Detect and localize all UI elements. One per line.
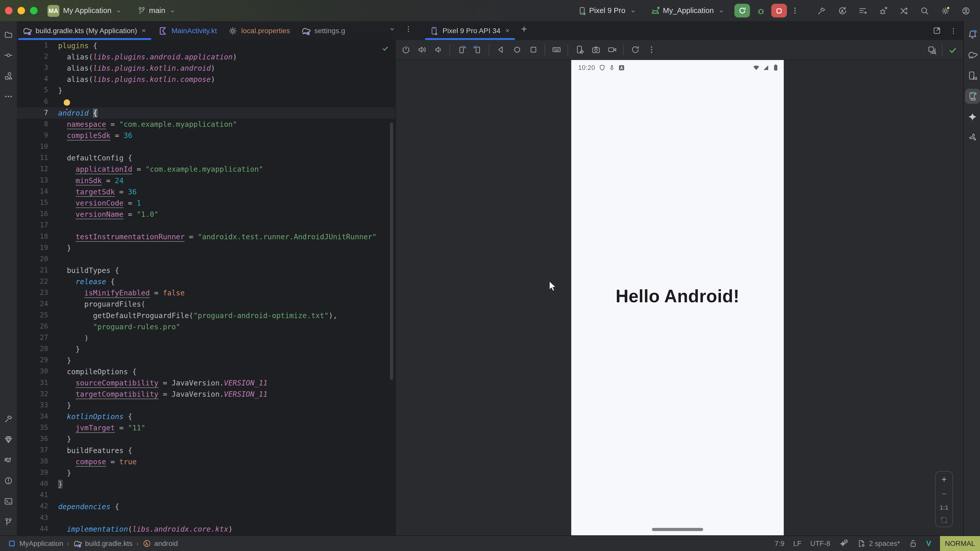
line-number[interactable]: 18 — [17, 231, 58, 242]
tab-local-properties[interactable]: local.properties — [223, 21, 296, 40]
line-number[interactable]: 6 — [17, 96, 58, 107]
line-number[interactable]: 29 — [17, 355, 58, 366]
line-number[interactable]: 4 — [17, 74, 58, 85]
device-lines-button[interactable] — [854, 3, 871, 18]
zoom-in-button[interactable]: + — [942, 474, 947, 484]
line-number[interactable]: 24 — [17, 299, 58, 310]
tab-running-device[interactable]: Pixel 9 Pro API 34 — [424, 21, 516, 40]
zoom-actual-size-button[interactable]: 1:1 — [940, 504, 948, 511]
editor-options-kebab-icon[interactable] — [400, 21, 416, 36]
tab-settings-g[interactable]: settings.g — [296, 21, 351, 40]
account-button[interactable] — [958, 3, 974, 18]
project-folder-button[interactable] — [1, 27, 16, 42]
caret-position[interactable]: 7:9 — [775, 540, 784, 547]
close-icon[interactable] — [504, 27, 511, 34]
open-in-new-window-icon[interactable] — [929, 23, 945, 38]
close-window-icon[interactable] — [5, 7, 13, 14]
maximize-window-icon[interactable] — [30, 7, 38, 14]
settings-gear-button[interactable] — [937, 3, 953, 18]
screenshot-button[interactable] — [588, 42, 603, 57]
device-settings-button[interactable] — [572, 42, 587, 57]
vim-mode-badge[interactable]: NORMAL — [940, 536, 980, 551]
line-number[interactable]: 28 — [17, 344, 58, 355]
line-number[interactable]: 41 — [17, 490, 58, 501]
line-number[interactable]: 37 — [17, 445, 58, 456]
branch-selector[interactable]: main — [137, 6, 177, 15]
breadcrumb-item[interactable]: android — [142, 539, 178, 548]
line-number[interactable]: 15 — [17, 197, 58, 209]
power-button[interactable] — [398, 42, 413, 57]
file-encoding[interactable]: UTF-8 — [810, 540, 830, 547]
back-button[interactable] — [493, 42, 508, 57]
build-hammer-button[interactable] — [813, 3, 829, 18]
line-number[interactable]: 7 — [17, 107, 58, 119]
line-number[interactable]: 31 — [17, 377, 58, 389]
line-number[interactable]: 11 — [17, 152, 58, 164]
line-number[interactable]: 20 — [17, 254, 58, 265]
line-number[interactable]: 36 — [17, 433, 58, 445]
code-editor[interactable]: 1plugins {2 alias(libs.plugins.android.a… — [17, 40, 395, 535]
ideavim-icon[interactable]: V — [926, 539, 931, 548]
navigation-pill[interactable] — [652, 528, 703, 530]
terminal-button[interactable] — [1, 494, 16, 509]
rotate-right-button[interactable] — [470, 42, 485, 57]
close-icon[interactable] — [141, 27, 147, 34]
line-number[interactable]: 10 — [17, 141, 58, 152]
line-number[interactable]: 2 — [17, 51, 58, 62]
tab-mainactivity-kt[interactable]: MainActivity.kt — [153, 21, 222, 40]
profiler-arrows-button[interactable] — [896, 3, 912, 18]
line-number[interactable]: 26 — [17, 321, 58, 332]
line-number[interactable]: 34 — [17, 411, 58, 422]
gemini-sparkle-button[interactable] — [965, 110, 980, 124]
line-number[interactable]: 25 — [17, 310, 58, 321]
snapshot-reset-button[interactable] — [628, 42, 643, 57]
line-number[interactable]: 14 — [17, 186, 58, 197]
gradle-elephant-button[interactable] — [965, 48, 980, 62]
problems-button[interactable] — [1, 473, 16, 488]
line-number[interactable]: 43 — [17, 512, 58, 524]
breadcrumb-item[interactable]: MyApplication — [7, 539, 63, 548]
lock-open-icon[interactable] — [909, 539, 918, 548]
ai-completion-off-icon[interactable] — [839, 539, 848, 548]
line-number[interactable]: 22 — [17, 276, 58, 287]
line-separator[interactable]: LF — [793, 540, 801, 547]
zoom-to-fit-icon[interactable] — [940, 516, 948, 524]
line-number[interactable]: 19 — [17, 242, 58, 254]
keyboard-button[interactable] — [549, 42, 564, 57]
debug-button[interactable] — [752, 3, 769, 18]
running-devices-button[interactable] — [965, 89, 980, 104]
more-run-options-kebab-icon[interactable] — [787, 3, 803, 18]
intention-bulb-icon[interactable] — [64, 99, 70, 105]
emulator-screen[interactable]: 10:20 Hello Android! — [571, 60, 784, 535]
line-number[interactable]: 17 — [17, 220, 58, 231]
rotate-left-button[interactable] — [454, 42, 469, 57]
editor-scrollbar[interactable] — [390, 122, 393, 380]
device-selector[interactable]: Pixel 9 Pro — [577, 6, 637, 15]
sync-a-button[interactable] — [834, 3, 850, 18]
line-number[interactable]: 9 — [17, 130, 58, 141]
line-number[interactable]: 39 — [17, 467, 58, 478]
breadcrumb-item[interactable]: build.gradle.kts — [73, 539, 133, 548]
line-number[interactable]: 23 — [17, 287, 58, 299]
git-branch-button[interactable] — [1, 514, 16, 529]
screen-record-button[interactable] — [605, 42, 619, 57]
line-number[interactable]: 30 — [17, 366, 58, 377]
kebab-button[interactable] — [644, 42, 659, 57]
logcat-cat-button[interactable] — [1, 452, 16, 467]
rerun-button[interactable] — [735, 4, 750, 17]
line-number[interactable]: 27 — [17, 332, 58, 344]
more-tools-button[interactable] — [1, 89, 16, 104]
commit-button[interactable] — [1, 48, 16, 62]
ui-check-button[interactable] — [924, 43, 939, 58]
line-number[interactable]: 1 — [17, 40, 58, 51]
line-number[interactable]: 42 — [17, 501, 58, 512]
inspections-check-button[interactable] — [945, 43, 960, 58]
search-button[interactable] — [916, 3, 932, 18]
line-number[interactable]: 21 — [17, 265, 58, 276]
tab-build-gradle-kts-my-application-[interactable]: build.gradle.kts (My Application) — [17, 21, 153, 40]
resource-shapes-button[interactable] — [1, 68, 16, 83]
device-manager-button[interactable] — [965, 68, 980, 83]
line-number[interactable]: 12 — [17, 164, 58, 175]
home-button[interactable] — [509, 42, 525, 57]
stop-button[interactable] — [771, 4, 787, 17]
